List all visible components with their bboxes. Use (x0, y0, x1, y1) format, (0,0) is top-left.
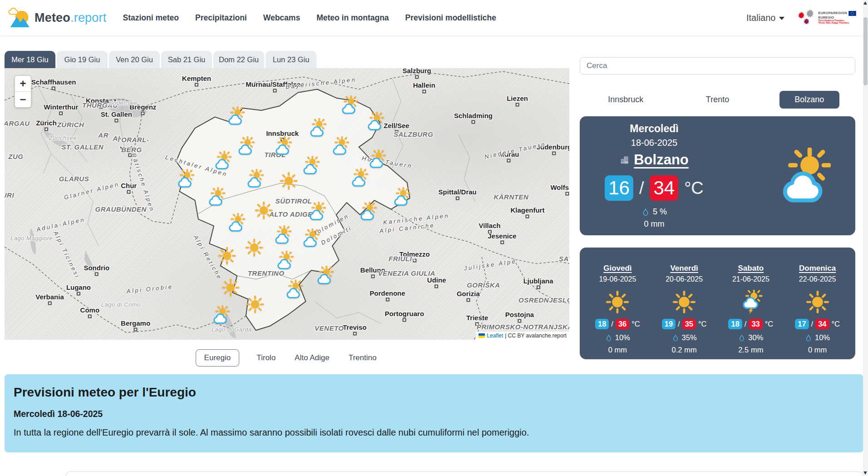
forecast-day-link[interactable]: Venerdì (651, 264, 718, 273)
day-tab[interactable]: Ven 20 Giu (109, 51, 160, 68)
brand-name-primary: Meteo (35, 11, 70, 25)
nav-item[interactable]: Meteo in montagna (316, 13, 389, 23)
current-weather-icon (774, 148, 831, 204)
city-tab[interactable]: Bolzano (764, 90, 855, 109)
brand[interactable]: Meteo.report (7, 7, 106, 28)
droplet-icon (605, 334, 612, 342)
city-tab[interactable]: Innsbruck (580, 90, 671, 109)
forecast-temp-min: 18 (728, 319, 742, 329)
forecast-weather-icon (739, 290, 763, 314)
map[interactable]: Schaffhausen Konstanz Kempten Murnau/Sta… (5, 68, 569, 340)
report-title: Previsioni meteo per l'Euregio (14, 385, 854, 400)
forecast-date: 20-06-2025 (651, 275, 718, 283)
temp-unit: °C (765, 320, 774, 328)
euregio-line4: Tirolo Alto-Adige Trentino (818, 22, 856, 25)
forecast-day-link[interactable]: Giovedì (584, 264, 651, 273)
nav-item[interactable]: Stazioni meteo (123, 13, 179, 23)
day-tab[interactable]: Gio 19 Giu (57, 51, 108, 68)
forecast-day-column: Domenica 22-06-2025 17 / 34 °C 10% 0 mm (784, 264, 851, 359)
map-weather-icon (279, 171, 298, 190)
day-tab[interactable]: Sab 21 Giu (161, 51, 212, 68)
day-tab[interactable]: Mer 18 Giu (5, 51, 55, 68)
attribution-text: | CC BY avalanche.report (505, 332, 567, 339)
zoom-out-button[interactable]: − (15, 92, 31, 107)
current-day: Mercoledì (586, 123, 722, 135)
scrollbar-thumb[interactable] (863, 17, 868, 85)
forecast-precip-prob: 10% (584, 333, 651, 342)
forecast-precip-prob-value: 35% (682, 333, 697, 342)
current-precip-prob: 5 % (586, 207, 722, 217)
city-tab-label: Innsbruck (594, 91, 657, 109)
euregio-line1: EUROPAREGION (818, 11, 847, 15)
map-weather-icon (301, 228, 320, 248)
language-selector[interactable]: Italiano (746, 13, 785, 23)
leaflet-link[interactable]: Leaflet (487, 332, 503, 339)
map-weather-icon (315, 266, 334, 285)
forecast-day-column: Giovedì 19-06-2025 18 / 36 °C 10% 0 mm (584, 264, 651, 359)
region-tab[interactable]: Euregio (196, 349, 240, 367)
map-attribution: Leaflet | CC BY avalanche.report (476, 332, 569, 340)
day-tab[interactable]: Lun 23 Giu (266, 51, 316, 68)
map-weather-icon (236, 136, 255, 155)
brand-logo-icon (7, 7, 32, 28)
forecast-report-box: Previsioni meteo per l'Euregio Mercoledì… (5, 374, 863, 452)
temp-unit: °C (631, 320, 640, 328)
day-tab[interactable]: Dom 22 Giu (213, 51, 264, 68)
euregio-logo[interactable]: EUROPAREGION EUREGIO Tirol Südtirol Tren… (797, 9, 856, 27)
forecast-day-column: Venerdì 20-06-2025 19 / 35 °C 35% 0.2 mm (651, 264, 718, 359)
day-tabs: Mer 18 GiuGio 19 GiuVen 20 GiuSab 21 Giu… (5, 51, 318, 68)
forecast-precip-prob-value: 10% (815, 333, 830, 342)
region-tab[interactable]: Trentino (347, 350, 379, 366)
forecast-day-link[interactable]: Sabato (718, 264, 784, 273)
forecast-precip-prob: 30% (718, 333, 784, 342)
map-weather-icon (245, 169, 264, 188)
temp-unit: °C (684, 178, 704, 198)
forecast-temp-max: 34 (815, 319, 829, 329)
forecast-temp-min: 17 (795, 319, 809, 329)
brand-name: Meteo.report (35, 11, 106, 25)
forecast-day-link[interactable]: Domenica (784, 264, 851, 273)
nav-item[interactable]: Previsioni modellistiche (405, 13, 496, 23)
chevron-down-icon (779, 17, 784, 20)
forecast-temps: 17 / 34 °C (784, 319, 851, 329)
current-temps: 16 / 34 °C (586, 175, 722, 201)
header-right: Italiano EUROPAREGION EUREGIO Tirol Südt… (746, 9, 856, 27)
map-zoom-control: + − (15, 75, 31, 108)
droplet-icon (738, 334, 745, 342)
map-terrain (5, 68, 569, 340)
search-input[interactable] (580, 57, 855, 74)
current-city-link[interactable]: Bolzano (634, 152, 689, 168)
building-icon (620, 155, 630, 165)
temp-separator: / (611, 320, 613, 328)
page-scrollbar[interactable] (863, 0, 868, 476)
forecast-temps: 18 / 33 °C (718, 319, 784, 329)
forecast-precip-prob: 10% (784, 333, 851, 342)
forecast-temp-max: 33 (749, 319, 762, 329)
city-tabs: Innsbruck Trento Bolzano (580, 90, 855, 109)
ukraine-flag-icon (478, 333, 485, 338)
region-tabs: EuregioTiroloAlto AdigeTrentino (5, 349, 569, 367)
temp-separator: / (745, 320, 747, 328)
zoom-in-button[interactable]: + (15, 76, 31, 91)
main-nav: Stazioni meteoPrecipitazioniWebcamsMeteo… (123, 13, 496, 23)
current-precip-amount: 0 mm (586, 219, 722, 229)
map-weather-icon (365, 112, 384, 131)
scrollbar-down-arrow[interactable] (863, 471, 867, 475)
temp-unit: °C (832, 320, 840, 328)
region-tab[interactable]: Tirolo (255, 350, 277, 366)
map-weather-icon (358, 202, 377, 221)
nav-item[interactable]: Webcams (263, 13, 300, 23)
forecast-precip-amount: 2.5 mm (718, 346, 784, 354)
nav-item[interactable]: Precipitazioni (195, 13, 247, 23)
city-tab[interactable]: Trento (671, 90, 763, 109)
forecast-temps: 19 / 35 °C (651, 319, 718, 329)
droplet-icon (672, 334, 679, 342)
region-tab[interactable]: Alto Adige (293, 350, 331, 366)
header: Meteo.report Stazioni meteoPrecipitazion… (0, 0, 868, 35)
map-weather-icon (245, 238, 264, 257)
forecast-temp-max: 36 (616, 319, 629, 329)
scrollbar-up-arrow[interactable] (863, 1, 867, 5)
map-weather-icon (301, 156, 320, 175)
forecast-card: Giovedì 19-06-2025 18 / 36 °C 10% 0 mm V… (580, 248, 855, 359)
map-weather-icon (339, 95, 358, 114)
